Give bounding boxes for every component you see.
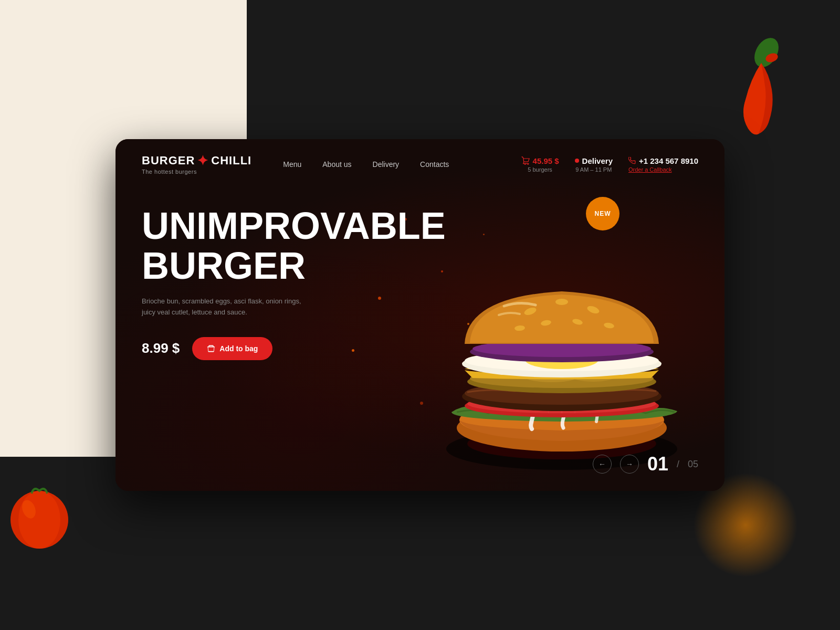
cart-count: 5 burgers: [528, 166, 552, 173]
pagination: ← → 01 / 05: [593, 453, 698, 475]
logo-area: BURGER ✦ CHILLI The hottest burgers: [142, 154, 251, 175]
cart-info[interactable]: 45.95 $ 5 burgers: [521, 156, 559, 173]
header-right: 45.95 $ 5 burgers Delivery 9 AM – 11 PM: [521, 156, 698, 173]
chili-decoration-top: [719, 32, 782, 126]
app-card: BURGER ✦ CHILLI The hottest burgers Menu…: [116, 139, 724, 491]
add-to-bag-button[interactable]: Add to bag: [192, 337, 272, 360]
nav-delivery[interactable]: Delivery: [373, 160, 400, 169]
nav-about[interactable]: About us: [322, 160, 351, 169]
svg-point-4: [10, 491, 68, 549]
page-separator: /: [677, 459, 679, 470]
main-nav: Menu About us Delivery Contacts: [283, 160, 521, 169]
cart-price-value: 45.95 $: [533, 156, 559, 165]
logo: BURGER ✦ CHILLI: [142, 154, 251, 167]
phone-icon: [628, 157, 636, 164]
hero-description: Brioche bun, scrambled eggs, asci flask,…: [142, 296, 310, 318]
nav-menu[interactable]: Menu: [283, 160, 301, 169]
delivery-indicator: [575, 159, 579, 163]
delivery-hours: 9 AM – 11 PM: [575, 166, 612, 173]
current-page: 01: [647, 453, 668, 475]
phone-info: +1 234 567 8910 Order a Callback: [628, 156, 698, 173]
cart-icon: [521, 156, 530, 165]
logo-dot: ✦: [197, 154, 209, 167]
hero-title: UNIMPROVABLE BURGER: [142, 206, 404, 286]
delivery-label: Delivery: [582, 156, 613, 165]
logo-part2: CHILLI: [211, 154, 251, 167]
new-badge: NEW: [586, 197, 620, 230]
delivery-info: Delivery 9 AM – 11 PM: [575, 156, 613, 173]
total-pages: 05: [688, 459, 698, 470]
tomato-decoration: [5, 483, 74, 551]
svg-point-0: [750, 34, 782, 71]
logo-subtitle: The hottest burgers: [142, 169, 251, 175]
price-row: 8.99 $ Add to bag: [142, 337, 698, 360]
bag-icon: [207, 344, 215, 353]
phone-number: +1 234 567 8910: [639, 156, 698, 165]
product-price: 8.99 $: [142, 340, 180, 356]
callback-link[interactable]: Order a Callback: [628, 166, 672, 173]
cart-price-display: 45.95 $: [521, 156, 559, 165]
prev-button[interactable]: ←: [593, 455, 612, 474]
hero-section: UNIMPROVABLE BURGER Brioche bun, scrambl…: [116, 175, 724, 360]
nav-contacts[interactable]: Contacts: [420, 160, 449, 169]
logo-part1: BURGER: [142, 154, 195, 167]
next-button[interactable]: →: [620, 455, 639, 474]
header: BURGER ✦ CHILLI The hottest burgers Menu…: [116, 139, 724, 175]
